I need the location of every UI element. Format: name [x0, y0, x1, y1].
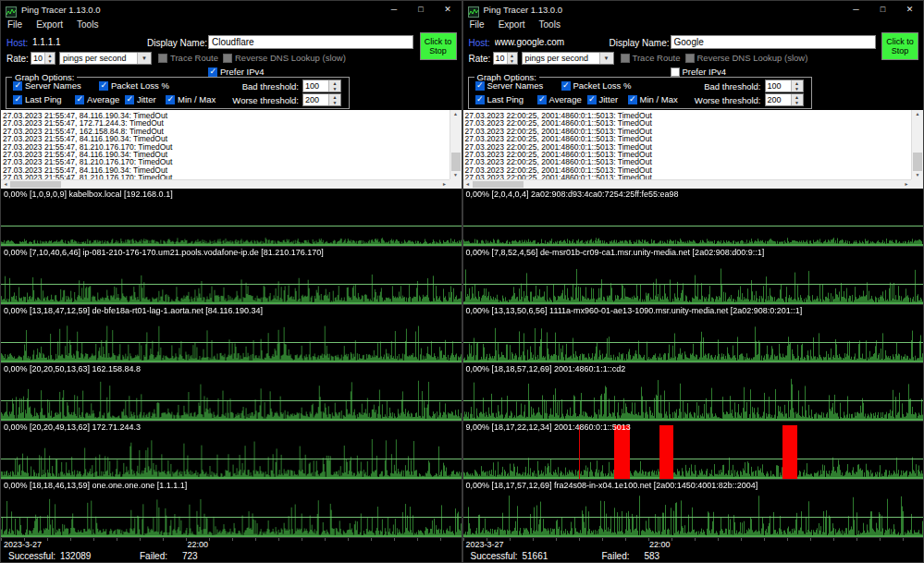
rate-spinner[interactable]: 10 ▲▼	[493, 52, 518, 65]
spinner-down-icon[interactable]: ▼	[329, 86, 340, 92]
packet-loss-checkbox[interactable]: Packet Loss %	[99, 80, 169, 91]
scrollbar-track[interactable]	[450, 118, 462, 171]
checkbox-box	[587, 95, 597, 104]
window-controls: ─ □ ✕	[381, 1, 462, 18]
graph-label: 9,00% [18,17,22,12,34] 2001:4860:0:1::50…	[466, 422, 631, 432]
host-label: Host:	[469, 38, 490, 48]
stop-button[interactable]: Click to Stop	[881, 32, 918, 60]
scrollbar-thumb[interactable]	[913, 153, 922, 171]
bad-threshold-label: Bad threshold:	[682, 81, 761, 92]
menu-item[interactable]: Tools	[539, 18, 561, 32]
trace-route-checkbox[interactable]: Trace Route	[158, 53, 218, 63]
log-vertical-scrollbar[interactable]: ▲ ▼	[450, 110, 462, 179]
reverse-dns-checkbox[interactable]: Reverse DNS Lookup (slow)	[685, 53, 808, 63]
server-names-checkbox[interactable]: Server Names	[13, 80, 81, 91]
maximize-button[interactable]: □	[869, 1, 896, 18]
rate-spinner[interactable]: 10 ▲▼	[31, 52, 55, 65]
close-button[interactable]: ✕	[435, 1, 462, 18]
scrollbar-thumb[interactable]	[473, 181, 524, 188]
spinner-arrows: ▲▼	[44, 53, 55, 64]
close-button[interactable]: ✕	[896, 1, 923, 18]
minimize-button[interactable]: ─	[381, 1, 408, 18]
jitter-checkbox[interactable]: Jitter	[587, 94, 619, 104]
jitter-checkbox[interactable]: Jitter	[125, 94, 156, 104]
host-input[interactable]	[31, 36, 143, 48]
timeline-date: 2023-3-27	[466, 540, 504, 549]
host-input[interactable]	[493, 36, 606, 48]
prefer-ipv4-checkbox[interactable]: Prefer IPv4	[671, 67, 727, 77]
trace-route-checkbox[interactable]: Trace Route	[621, 53, 681, 63]
spinner-down-icon[interactable]: ▼	[508, 58, 517, 64]
average-checkbox[interactable]: Average	[75, 94, 119, 104]
checkbox-box	[628, 95, 637, 104]
graph-label: 0,00% [18,18,46,13,59] one.one.one.one […	[4, 481, 187, 490]
scrollbar-thumb[interactable]	[10, 181, 61, 188]
scroll-left-icon[interactable]: ◄	[1, 180, 10, 189]
scroll-left-icon[interactable]: ◄	[463, 180, 473, 189]
spinner-down-icon[interactable]: ▼	[792, 100, 803, 105]
scroll-right-icon[interactable]: ►	[440, 180, 450, 189]
rate-unit-value: pings per second	[523, 53, 599, 64]
checkbox-box	[125, 95, 134, 104]
menu-item[interactable]: Export	[499, 18, 525, 32]
reverse-dns-checkbox[interactable]: Reverse DNS Lookup (slow)	[223, 53, 346, 63]
prefer-ipv4-checkbox[interactable]: Prefer IPv4	[208, 67, 265, 77]
scroll-up-icon[interactable]: ▲	[912, 110, 923, 118]
min-max-checkbox[interactable]: Min / Max	[166, 94, 216, 104]
spinner-down-icon[interactable]: ▼	[329, 100, 340, 105]
worse-threshold-spinner[interactable]: 200 ▲▼	[302, 93, 341, 106]
graph-panel: 0,00% [1,0,9,0,9] kabelbox.local [192.16…	[1, 189, 462, 247]
app-icon	[468, 5, 479, 16]
minimize-button[interactable]: ─	[843, 1, 869, 18]
worse-threshold-label: Worse threshold:	[674, 95, 761, 105]
server-names-label: Server Names	[25, 80, 81, 91]
log-horizontal-scrollbar[interactable]: ◄ ►	[463, 179, 912, 189]
rate-unit-select[interactable]: pings per second ▼	[522, 52, 614, 65]
rate-value: 10	[31, 53, 44, 64]
window-controls: ─ □ ✕	[843, 1, 923, 18]
maximize-button[interactable]: □	[408, 1, 435, 18]
last-ping-checkbox[interactable]: Last Ping	[475, 94, 524, 104]
bad-threshold-label: Bad threshold:	[219, 81, 299, 92]
menu-item[interactable]: File	[470, 18, 485, 32]
scroll-down-icon[interactable]: ▼	[450, 171, 462, 179]
bad-threshold-spinner[interactable]: 100 ▲▼	[302, 80, 341, 92]
packet-loss-checkbox[interactable]: Packet Loss %	[561, 80, 632, 91]
scrollbar-thumb[interactable]	[451, 153, 461, 171]
min-max-checkbox[interactable]: Min / Max	[628, 94, 678, 104]
menu-item[interactable]: Export	[36, 18, 63, 32]
log-vertical-scrollbar[interactable]: ▲ ▼	[911, 110, 923, 179]
scroll-down-icon[interactable]: ▼	[912, 171, 923, 179]
display-name-input[interactable]	[208, 35, 413, 49]
rate-unit-value: pings per second	[60, 53, 137, 64]
log-area[interactable]: 27.03.2023 21:55:47, 84.116.190.34: Time…	[1, 110, 462, 189]
log-area[interactable]: 27.03.2023 22:00:25, 2001:4860:0:1::5013…	[463, 110, 924, 189]
scrollbar-track[interactable]	[10, 180, 440, 189]
controls-panel: Host: Display Name: Click to Stop Rate: …	[1, 32, 462, 110]
stop-button[interactable]: Click to Stop	[420, 32, 457, 60]
ping-tracer-window: Ping Tracer 1.13.0.0 ─ □ ✕ FileExportToo…	[462, 0, 924, 563]
scroll-up-icon[interactable]: ▲	[450, 110, 462, 118]
title-bar[interactable]: Ping Tracer 1.13.0.0 ─ □ ✕	[1, 1, 462, 18]
display-name-input[interactable]	[671, 35, 876, 49]
title-bar[interactable]: Ping Tracer 1.13.0.0 ─ □ ✕	[463, 1, 924, 18]
timeline-ticks	[463, 538, 924, 541]
last-ping-checkbox[interactable]: Last Ping	[13, 94, 62, 104]
graph-panel: 0,00% [2,0,4,0,4] 2a02:908:d93:4ca0:7254…	[463, 189, 924, 247]
graph-panel: 0,00% [7,10,40,6,46] ip-081-210-176-170.…	[1, 247, 462, 305]
log-horizontal-scrollbar[interactable]: ◄ ►	[1, 179, 450, 189]
scroll-right-icon[interactable]: ►	[902, 180, 911, 189]
bad-threshold-spinner[interactable]: 100 ▲▼	[765, 80, 804, 92]
scrollbar-track[interactable]	[473, 180, 903, 189]
worse-threshold-spinner[interactable]: 200 ▲▼	[765, 93, 804, 106]
spinner-down-icon[interactable]: ▼	[792, 86, 803, 92]
scrollbar-track[interactable]	[912, 118, 923, 171]
menu-item[interactable]: File	[7, 18, 22, 32]
average-checkbox[interactable]: Average	[537, 94, 582, 104]
spinner-down-icon[interactable]: ▼	[45, 58, 55, 64]
checkbox-box	[475, 95, 485, 104]
rate-unit-select[interactable]: pings per second ▼	[59, 52, 152, 65]
menu-item[interactable]: Tools	[77, 18, 98, 32]
graph-label: 0,00% [7,8,52,4,56] de-msr01b-cr09-ca1.m…	[466, 248, 765, 257]
server-names-checkbox[interactable]: Server Names	[475, 80, 544, 91]
